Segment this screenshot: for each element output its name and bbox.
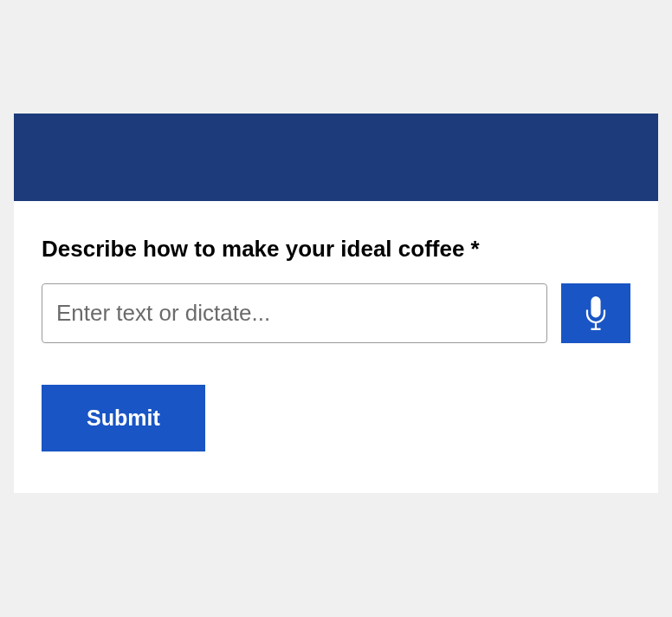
svg-rect-2 (591, 328, 600, 329)
form-card: Describe how to make your ideal coffee *… (14, 114, 658, 493)
submit-button[interactable]: Submit (42, 385, 205, 451)
svg-rect-0 (591, 296, 600, 317)
field-label: Describe how to make your ideal coffee * (42, 236, 630, 263)
input-row (42, 283, 630, 343)
form-content: Describe how to make your ideal coffee *… (14, 201, 658, 493)
microphone-icon (584, 296, 608, 331)
header-bar (14, 114, 658, 201)
coffee-description-input[interactable] (42, 283, 547, 343)
dictate-button[interactable] (561, 283, 630, 343)
